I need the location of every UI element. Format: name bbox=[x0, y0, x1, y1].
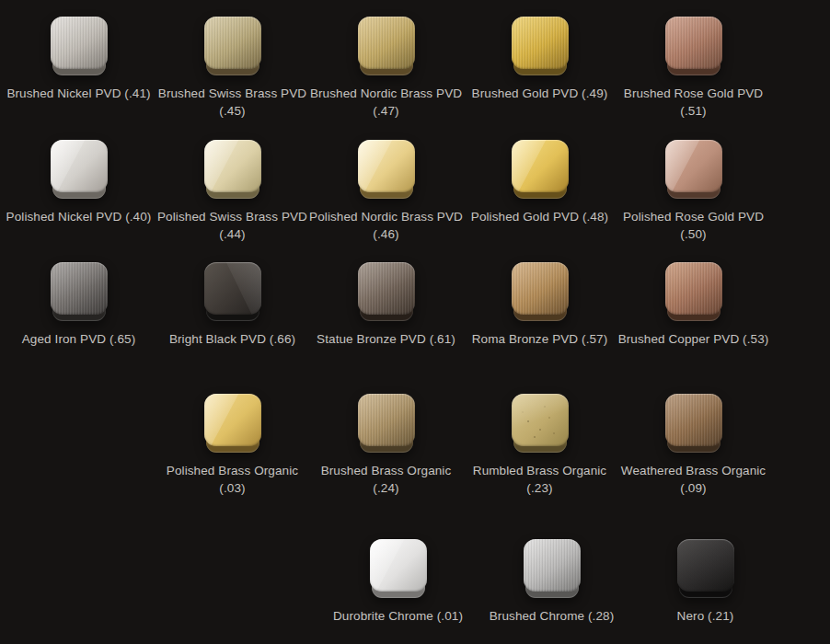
finish-option-statue-bronze[interactable]: Statue Bronze PVD (.61) bbox=[309, 262, 463, 348]
swatch-row: Aged Iron PVD (.65) Bright Black PVD (.6… bbox=[0, 262, 830, 348]
finish-label-line2: (.45) bbox=[158, 102, 306, 120]
finish-label-line1: Brushed Brass Organic (.24) bbox=[309, 462, 463, 497]
swatch-face bbox=[665, 394, 722, 446]
finish-swatch-gallery: Brushed Nickel PVD (.41) Brushed Swiss B… bbox=[0, 17, 830, 644]
finish-label-line1: Brushed Gold PVD (.49) bbox=[472, 85, 608, 102]
finish-swatch-image[interactable] bbox=[204, 394, 261, 453]
swatch-face bbox=[204, 394, 261, 446]
finish-label-line1: Brushed Nickel PVD (.41) bbox=[6, 85, 150, 102]
finish-label-line1: Brushed Rose Gold PVD (.51) bbox=[617, 85, 770, 120]
finish-label: Brushed Chrome (.28) bbox=[490, 607, 615, 625]
finish-option-roma-bronze[interactable]: Roma Bronze PVD (.57) bbox=[463, 262, 617, 348]
finish-option-brushed-nordic-brass[interactable]: Brushed Nordic Brass PVD (.47) bbox=[309, 17, 463, 120]
finish-option-polished-swiss-brass[interactable]: Polished Swiss Brass PVD (.44) bbox=[156, 140, 309, 243]
swatch-face bbox=[204, 140, 261, 192]
finish-swatch-image[interactable] bbox=[524, 539, 581, 598]
swatch-face bbox=[204, 262, 261, 315]
finish-option-brushed-copper[interactable]: Brushed Copper PVD (.53) bbox=[617, 262, 770, 348]
swatch-face bbox=[358, 140, 415, 192]
finish-swatch-image[interactable] bbox=[358, 262, 415, 321]
finish-label-line1: Polished Gold PVD (.48) bbox=[471, 208, 608, 225]
finish-swatch-image[interactable] bbox=[665, 394, 722, 453]
swatch-face bbox=[358, 394, 415, 446]
swatch-face bbox=[358, 262, 415, 315]
finish-swatch-image[interactable] bbox=[677, 539, 734, 598]
finish-option-weathered-brass-organic[interactable]: Weathered Brass Organic (.09) bbox=[617, 394, 770, 497]
finish-option-aged-iron[interactable]: Aged Iron PVD (.65) bbox=[2, 262, 156, 348]
finish-option-brushed-chrome[interactable]: Brushed Chrome (.28) bbox=[475, 539, 628, 625]
finish-option-rumbled-brass-organic[interactable]: Rumbled Brass Organic (.23) bbox=[463, 394, 617, 497]
swatch-face bbox=[358, 17, 415, 69]
finish-option-bright-black[interactable]: Bright Black PVD (.66) bbox=[156, 262, 309, 348]
swatch-face bbox=[51, 262, 108, 315]
finish-label-line1: Aged Iron PVD (.65) bbox=[22, 330, 135, 348]
finish-label-line1: Statue Bronze PVD (.61) bbox=[317, 330, 455, 348]
finish-label-line1: Rumbled Brass Organic (.23) bbox=[463, 462, 617, 497]
finish-label: Polished Brass Organic (.03) bbox=[156, 462, 309, 497]
finish-swatch-image[interactable] bbox=[512, 262, 569, 321]
finish-swatch-image[interactable] bbox=[51, 262, 108, 321]
finish-option-polished-gold[interactable]: Polished Gold PVD (.48) bbox=[463, 140, 617, 243]
finish-swatch-image[interactable] bbox=[51, 140, 108, 199]
finish-option-polished-nickel[interactable]: Polished Nickel PVD (.40) bbox=[2, 140, 156, 243]
finish-swatch-image[interactable] bbox=[204, 140, 261, 199]
swatch-face bbox=[204, 17, 261, 69]
swatch-face bbox=[512, 262, 569, 315]
finish-swatch-image[interactable] bbox=[358, 394, 415, 453]
finish-option-brushed-swiss-brass[interactable]: Brushed Swiss Brass PVD (.45) bbox=[156, 17, 309, 120]
finish-swatch-image[interactable] bbox=[358, 140, 415, 199]
finish-swatch-image[interactable] bbox=[512, 17, 569, 75]
finish-label: Polished Gold PVD (.48) bbox=[471, 208, 608, 225]
swatch-face bbox=[51, 17, 108, 69]
finish-label: Polished Rose Gold PVD (.50) bbox=[617, 208, 770, 243]
finish-option-brushed-nickel[interactable]: Brushed Nickel PVD (.41) bbox=[2, 17, 156, 120]
finish-swatch-image[interactable] bbox=[358, 17, 415, 75]
finish-label-line1: Brushed Nordic Brass PVD bbox=[310, 85, 462, 102]
finish-swatch-image[interactable] bbox=[370, 539, 427, 598]
finish-swatch-image[interactable] bbox=[665, 262, 722, 321]
finish-label-line1: Polished Nordic Brass PVD bbox=[309, 208, 463, 225]
swatch-row: Durobrite Chrome (.01) Brushed Chrome (.… bbox=[0, 539, 830, 625]
finish-option-nero[interactable]: Nero (.21) bbox=[628, 539, 782, 625]
swatch-face bbox=[512, 140, 569, 192]
finish-label-line2: (.47) bbox=[310, 102, 462, 120]
swatch-face bbox=[665, 140, 722, 192]
finish-swatch-image[interactable] bbox=[204, 17, 261, 75]
swatch-face bbox=[665, 17, 722, 69]
finish-swatch-image[interactable] bbox=[204, 262, 261, 321]
swatch-row: Polished Brass Organic (.03) Brushed Bra… bbox=[0, 394, 830, 497]
finish-label-line1: Polished Rose Gold PVD (.50) bbox=[617, 208, 770, 243]
finish-option-durobrite-chrome[interactable]: Durobrite Chrome (.01) bbox=[321, 539, 475, 625]
finish-swatch-image[interactable] bbox=[665, 140, 722, 199]
finish-option-brushed-gold[interactable]: Brushed Gold PVD (.49) bbox=[463, 17, 617, 120]
finish-label: Brushed Copper PVD (.53) bbox=[618, 330, 769, 348]
finish-label: Polished Swiss Brass PVD (.44) bbox=[157, 208, 307, 243]
finish-option-brushed-brass-organic[interactable]: Brushed Brass Organic (.24) bbox=[309, 394, 463, 497]
finish-label-line1: Polished Nickel PVD (.40) bbox=[6, 208, 152, 225]
finish-swatch-image[interactable] bbox=[665, 17, 722, 75]
finish-swatch-image[interactable] bbox=[512, 140, 569, 199]
finish-label-line2: (.09) bbox=[621, 479, 766, 497]
finish-label-line1: Polished Brass Organic (.03) bbox=[156, 462, 309, 497]
finish-label-line2: (.44) bbox=[157, 225, 307, 243]
finish-option-polished-nordic-brass[interactable]: Polished Nordic Brass PVD (.46) bbox=[309, 140, 463, 243]
finish-option-polished-brass-organic[interactable]: Polished Brass Organic (.03) bbox=[156, 394, 309, 497]
finish-label-line1: Roma Bronze PVD (.57) bbox=[472, 330, 608, 348]
finish-label: Polished Nordic Brass PVD (.46) bbox=[309, 208, 463, 243]
finish-label: Roma Bronze PVD (.57) bbox=[472, 330, 608, 348]
finish-option-brushed-rose-gold[interactable]: Brushed Rose Gold PVD (.51) bbox=[617, 17, 770, 120]
finish-option-polished-rose-gold[interactable]: Polished Rose Gold PVD (.50) bbox=[617, 140, 770, 243]
finish-label: Nero (.21) bbox=[677, 607, 734, 625]
finish-label: Weathered Brass Organic (.09) bbox=[621, 462, 766, 497]
swatch-row: Brushed Nickel PVD (.41) Brushed Swiss B… bbox=[0, 17, 830, 120]
finish-label: Statue Bronze PVD (.61) bbox=[317, 330, 455, 348]
finish-label: Rumbled Brass Organic (.23) bbox=[463, 462, 617, 497]
finish-label-line1: Polished Swiss Brass PVD bbox=[157, 208, 307, 225]
finish-label: Bright Black PVD (.66) bbox=[169, 330, 295, 348]
finish-swatch-image[interactable] bbox=[512, 394, 569, 453]
finish-swatch-image[interactable] bbox=[51, 17, 108, 75]
swatch-row: Polished Nickel PVD (.40) Polished Swiss… bbox=[0, 140, 830, 243]
swatch-face bbox=[370, 539, 427, 592]
finish-label: Durobrite Chrome (.01) bbox=[333, 607, 463, 625]
swatch-face bbox=[524, 539, 581, 592]
